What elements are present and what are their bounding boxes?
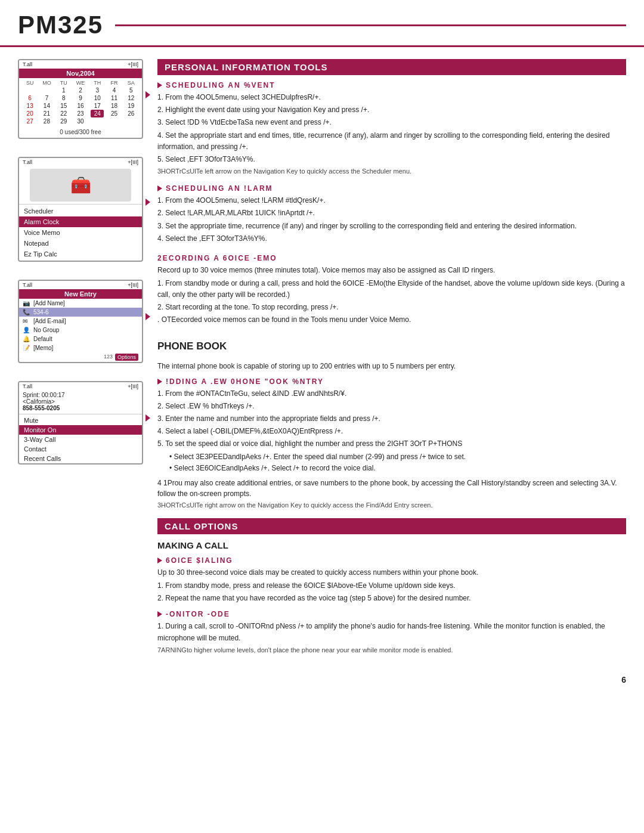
header-accent-bar — [115, 24, 626, 26]
calendar-day-headers: SU MO TU WE TH FR SA — [21, 79, 140, 86]
adding-bullet-1: • Select 3E3PEEDandlpAeks /+. Enter the … — [157, 451, 626, 463]
pb-battery-icon: +[III] — [128, 282, 138, 288]
cal-header-we: WE — [74, 79, 87, 86]
monitor-mode-title: -ONITOR -ODE — [157, 610, 626, 618]
call-side-arrow — [145, 414, 150, 422]
cal-header-mo: MO — [40, 79, 53, 86]
call-carrier-text: Sprint: 00:00:17 — [23, 392, 138, 398]
monitor-warning: 7ARNINGto higher volume levels, don't pl… — [157, 646, 626, 654]
tools-phone-screen: T.all +[III] 🧰 Scheduler Alarm Clock Voi… — [18, 157, 143, 262]
voice-dialing-step-2: 2. Repeat the name that you have recorde… — [157, 593, 626, 604]
pb-label-default: Default — [33, 336, 52, 342]
scheduling-alarm-title: SCHEDULING AN !LARM — [157, 184, 626, 193]
adding-step-3: 3. Enter the name and number into the ap… — [157, 413, 626, 425]
pb-signal-icon: T.all — [23, 282, 32, 288]
phonebook-options-button[interactable]: Options — [115, 354, 138, 361]
calendar-week-5: 27 28 29 30 — [21, 117, 140, 125]
call-signal-icon: T.all — [23, 383, 32, 389]
adding-step-1: 1. From the #ONTACtnTeGu, select &IND .E… — [157, 388, 626, 400]
page-title: PM325 — [18, 11, 103, 39]
signal-icon: T.all — [23, 61, 32, 67]
phonebook-block: PHONE BOOK The internal phone book is ca… — [157, 336, 626, 509]
calendar-phone-screen: T.all +[III] Nov,2004 SU MO TU WE TH FR … — [18, 59, 143, 139]
call-menu-mute: Mute — [19, 416, 142, 425]
phonebook-new-entry-label: New Entry — [19, 289, 142, 299]
tools-menu-notepad: Notepad — [19, 238, 142, 249]
pb-label-no-group: No Group — [33, 327, 59, 333]
call-menu-recent: Recent Calls — [19, 454, 142, 463]
adding-bullet-2: • Select 3E6OICEandlpAeks /+. Select /+ … — [157, 463, 626, 474]
calendar-used-text: 0 used/300 free — [19, 126, 142, 138]
scheduling-alarm-step-3: 3. Set the appropriate time, recurrence … — [157, 221, 626, 232]
call-options-block: CALL OPTIONS MAKING A CALL 6OICE $IALING… — [157, 518, 626, 654]
pb-icon-email: ✉ — [23, 318, 31, 324]
scheduling-event-step-1: 1. From the 4OOL5menu, select 3CHEDulpfr… — [157, 92, 626, 103]
tools-status-bar: T.all +[III] — [19, 158, 142, 166]
pb-icon-phone: 📞 — [23, 309, 31, 315]
pb-label-add-email: [Add E-mail] — [33, 318, 66, 324]
monitor-mode-step-1: 1. During a call, scroll to -ONITORnd pN… — [157, 621, 626, 643]
recording-steps: 1. From standby mode or during a call, p… — [157, 278, 626, 326]
battery-icon: +[III] — [128, 61, 138, 67]
pb-icon-camera: 📷 — [23, 300, 31, 306]
scheduling-alarm-step-1: 1. From the 4OOL5menu, select !LARM #tld… — [157, 195, 626, 206]
page-footer: 6 — [0, 675, 644, 690]
tools-menu: Scheduler Alarm Clock Voice Memo Notepad… — [19, 204, 142, 261]
adding-note-1: 4 1Prou may also create additional entri… — [157, 478, 626, 499]
pb-icon-bell: 🔔 — [23, 336, 31, 342]
cal-header-fr: FR — [108, 79, 121, 86]
tools-menu-scheduler: Scheduler — [19, 206, 142, 216]
recording-voice-memo-block: 2ECORDING A 6OICE -EMO Record up to 30 v… — [157, 254, 626, 326]
tools-side-arrow — [145, 199, 150, 206]
tools-icon-area: 🧰 — [30, 169, 131, 202]
scheduling-alarm-steps: 1. From the 4OOL5menu, select !LARM #tld… — [157, 195, 626, 244]
scheduling-event-step-2: 2. Highlight the event date using your N… — [157, 104, 626, 116]
phonebook-phone-screen: T.all +[III] New Entry 📷 [Add Name] 📞 53… — [18, 280, 143, 363]
scheduling-event-step-4: 4. Set the appropriate start and end tim… — [157, 130, 626, 153]
phonebook-intro: The internal phone book is capable of st… — [157, 361, 626, 371]
scheduling-alarm-block: SCHEDULING AN !LARM 1. From the 4OOL5men… — [157, 184, 626, 244]
recording-step-3: . OTEecorded voice memos can be found in… — [157, 314, 626, 326]
making-a-call-title: MAKING A CALL — [157, 540, 626, 550]
voice-dialing-step-1: 1. From standby mode, press and release … — [157, 580, 626, 592]
pb-row-default: 🔔 Default — [19, 335, 142, 343]
adding-step-5: 5. To set the speed dial or voice dial, … — [157, 438, 626, 450]
call-status-bar: T.all +[III] — [19, 382, 142, 391]
tools-phone-wrapper: T.all +[III] 🧰 Scheduler Alarm Clock Voi… — [18, 157, 143, 262]
tools-icon: 🧰 — [70, 175, 91, 195]
cal-header-su: SU — [23, 79, 36, 86]
call-phone-screen: T.all +[III] Sprint: 00:00:17 <Californi… — [18, 381, 143, 465]
recording-step-2: 2. Start recording at the tone. To stop … — [157, 302, 626, 313]
monitor-mode-triangle — [157, 611, 162, 617]
scheduling-event-step-5: 5. Select ,EFT 3OforT3A%Y%. — [157, 154, 626, 165]
calendar-side-arrow — [145, 91, 150, 98]
cal-header-sa: SA — [125, 79, 138, 86]
calendar-week-3: 13 14 15 16 17 18 19 — [21, 102, 140, 110]
call-menu-monitor: Monitor On — [19, 425, 142, 435]
tools-signal-icon: T.all — [23, 159, 32, 165]
pb-label-memo: [Memo] — [33, 345, 53, 351]
phonebook-phone-wrapper: T.all +[III] New Entry 📷 [Add Name] 📞 53… — [18, 280, 143, 363]
scheduling-alarm-step-2: 2. Select !LAR,MLAR,MLARbt 1UICK !inAprt… — [157, 208, 626, 219]
cal-header-th: TH — [91, 79, 104, 86]
calendar-month-header: Nov,2004 — [19, 69, 142, 78]
pb-row-number: 📞 534-6 — [19, 308, 142, 317]
call-options-section-header: CALL OPTIONS — [157, 518, 626, 534]
call-phone-wrapper: T.all +[III] Sprint: 00:00:17 <Californi… — [18, 381, 143, 465]
tools-menu-voice-memo: Voice Memo — [19, 227, 142, 238]
calendar-week-4: 20 21 22 23 24 25 26 — [21, 110, 140, 117]
pb-row-no-group: 👤 No Group — [19, 326, 142, 335]
left-column: T.all +[III] Nov,2004 SU MO TU WE TH FR … — [18, 59, 143, 663]
calendar-week-2: 6 7 8 9 10 11 12 — [21, 94, 140, 102]
call-battery-icon: +[III] — [128, 383, 138, 389]
adding-entry-title: !DDING A .EW 0HONE "OOK %NTRY — [157, 377, 626, 386]
adding-entry-triangle — [157, 379, 162, 385]
pb-row-add-email: ✉ [Add E-mail] — [19, 317, 142, 326]
pb-icon-memo: 📝 — [23, 345, 31, 351]
recording-step-1: 1. From standby mode or during a call, p… — [157, 278, 626, 301]
pb-row-add-name: 📷 [Add Name] — [19, 299, 142, 308]
phonebook-status-bar: T.all +[III] — [19, 281, 142, 289]
adding-step-4: 4. Select a label (-OBIL(DMEF%,&tEoX0AQ)… — [157, 426, 626, 437]
page-number: 6 — [621, 675, 626, 685]
call-menu-contact: Contact — [19, 444, 142, 454]
